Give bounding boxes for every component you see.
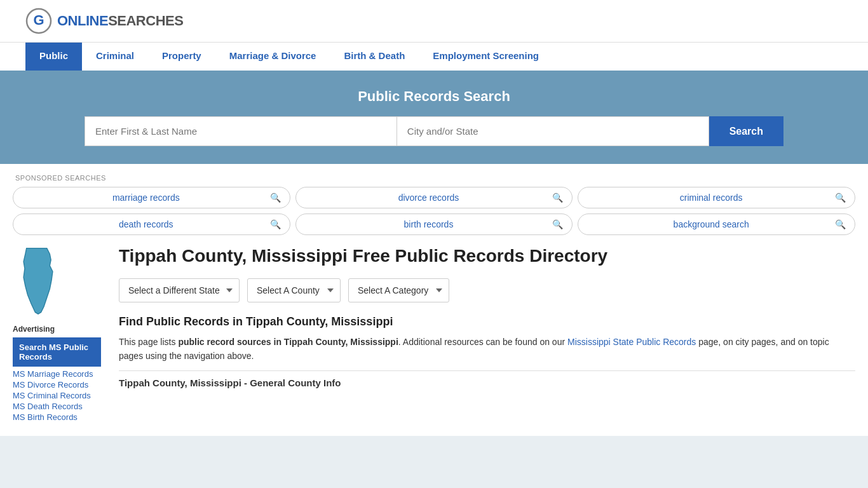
dropdowns-row: Select a Different State Select A County… bbox=[119, 278, 855, 302]
nav-item-public[interactable]: Public bbox=[25, 43, 82, 71]
search-icon-criminal: 🔍 bbox=[835, 193, 846, 203]
find-text-after: . Additional resources can be found on o… bbox=[398, 337, 567, 347]
general-info-title: Tippah County, Mississippi - General Cou… bbox=[119, 377, 855, 388]
pill-text-criminal: criminal records bbox=[587, 193, 835, 203]
search-icon-birth: 🔍 bbox=[552, 219, 563, 229]
sidebar: Advertising Search MS Public Records MS … bbox=[13, 245, 111, 423]
pill-text-divorce: divorce records bbox=[305, 193, 553, 203]
sponsored-pill-death[interactable]: death records 🔍 bbox=[13, 214, 290, 235]
find-text-before: This page lists bbox=[119, 337, 178, 347]
sidebar-link-criminal[interactable]: MS Criminal Records bbox=[13, 391, 101, 400]
svg-text:G: G bbox=[33, 12, 44, 28]
sidebar-link-divorce[interactable]: MS Divorce Records bbox=[13, 380, 101, 390]
category-dropdown[interactable]: Select A Category bbox=[348, 278, 449, 302]
page-title: Tippah County, Mississippi Free Public R… bbox=[119, 245, 855, 267]
sponsored-grid: marriage records 🔍 divorce records 🔍 cri… bbox=[13, 187, 855, 235]
county-dropdown[interactable]: Select A County bbox=[247, 278, 341, 302]
find-title: Find Public Records in Tippah County, Mi… bbox=[119, 315, 855, 329]
header: G ONLINESEARCHES bbox=[0, 0, 868, 42]
nav-item-criminal[interactable]: Criminal bbox=[82, 43, 148, 71]
sponsored-pill-divorce[interactable]: divorce records 🔍 bbox=[295, 187, 573, 208]
search-icon-marriage: 🔍 bbox=[270, 193, 281, 203]
sidebar-link-death[interactable]: MS Death Records bbox=[13, 402, 101, 411]
search-icon-background: 🔍 bbox=[835, 219, 846, 229]
sidebar-link-birth[interactable]: MS Birth Records bbox=[13, 412, 101, 422]
sponsored-pill-marriage[interactable]: marriage records 🔍 bbox=[13, 187, 290, 208]
main-nav: Public Criminal Property Marriage & Divo… bbox=[0, 42, 868, 71]
sponsored-pill-background[interactable]: background search 🔍 bbox=[578, 214, 855, 235]
state-dropdown[interactable]: Select a Different State bbox=[119, 278, 240, 302]
sidebar-link-marriage[interactable]: MS Marriage Records bbox=[13, 369, 101, 379]
main-container: SPONSORED SEARCHES marriage records 🔍 di… bbox=[0, 164, 868, 436]
nav-item-marriage-divorce[interactable]: Marriage & Divorce bbox=[215, 43, 330, 71]
hero-title: Public Records Search bbox=[25, 88, 843, 105]
logo[interactable]: G ONLINESEARCHES bbox=[25, 8, 183, 34]
nav-item-birth-death[interactable]: Birth & Death bbox=[330, 43, 419, 71]
find-description: This page lists public record sources in… bbox=[119, 335, 855, 363]
nav-items: Public Criminal Property Marriage & Divo… bbox=[0, 43, 868, 71]
pill-text-marriage: marriage records bbox=[22, 193, 270, 203]
state-map bbox=[13, 245, 101, 317]
section-divider bbox=[119, 370, 855, 371]
ad-highlight-link[interactable]: Search MS Public Records bbox=[13, 337, 101, 367]
advertising-label: Advertising bbox=[13, 325, 101, 334]
logo-icon: G bbox=[25, 8, 52, 34]
nav-item-employment[interactable]: Employment Screening bbox=[419, 43, 553, 71]
hero-section: Public Records Search Search bbox=[0, 71, 868, 164]
location-input[interactable] bbox=[397, 116, 709, 146]
search-icon-divorce: 🔍 bbox=[552, 193, 563, 203]
sponsored-pill-criminal[interactable]: criminal records 🔍 bbox=[578, 187, 855, 208]
pill-text-death: death records bbox=[22, 219, 270, 229]
logo-text: ONLINESEARCHES bbox=[57, 13, 183, 29]
name-input[interactable] bbox=[85, 116, 397, 146]
search-icon-death: 🔍 bbox=[270, 219, 281, 229]
find-bold: public record sources in Tippah County, … bbox=[178, 337, 398, 347]
sponsored-label: SPONSORED SEARCHES bbox=[13, 174, 855, 182]
main-content: Tippah County, Mississippi Free Public R… bbox=[111, 245, 855, 423]
search-button[interactable]: Search bbox=[709, 116, 783, 146]
mississippi-map-icon bbox=[13, 245, 64, 315]
pill-text-birth: birth records bbox=[305, 219, 553, 229]
page-content: Advertising Search MS Public Records MS … bbox=[13, 245, 855, 423]
sponsored-pill-birth[interactable]: birth records 🔍 bbox=[295, 214, 573, 235]
state-records-link[interactable]: Mississippi State Public Records bbox=[567, 337, 696, 347]
search-bar: Search bbox=[85, 116, 783, 146]
pill-text-background: background search bbox=[587, 219, 835, 229]
content-area: SPONSORED SEARCHES marriage records 🔍 di… bbox=[0, 164, 868, 436]
nav-item-property[interactable]: Property bbox=[148, 43, 215, 71]
